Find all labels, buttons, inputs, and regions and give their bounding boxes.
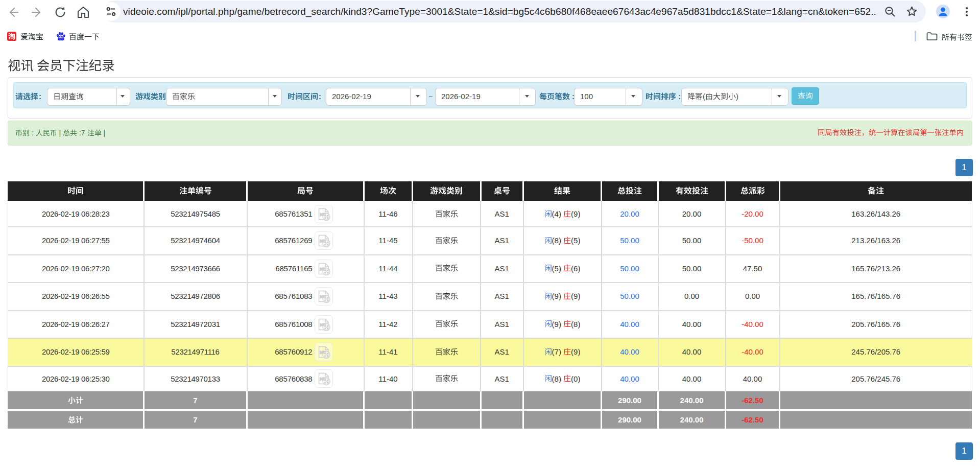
svg-text:du: du (59, 36, 63, 39)
